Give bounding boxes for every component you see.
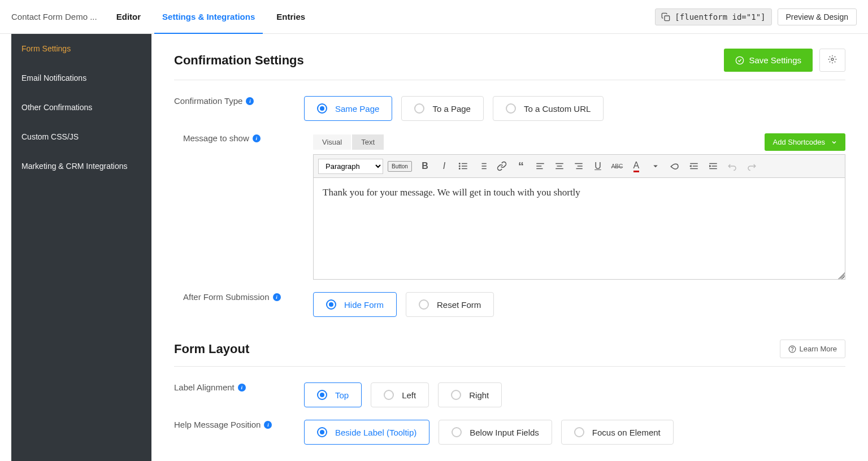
radio-beside-label[interactable]: Beside Label (Tooltip) <box>304 420 429 445</box>
radio-left[interactable]: Left <box>371 382 429 407</box>
underline-button[interactable]: U <box>589 158 606 174</box>
radio-top[interactable]: Top <box>304 382 362 407</box>
add-shortcodes-button[interactable]: Add Shortcodes <box>765 133 845 151</box>
radio-focus-element[interactable]: Focus on Element <box>561 420 674 445</box>
label-message: Message to showi <box>183 133 261 143</box>
radio-same-page[interactable]: Same Page <box>304 96 392 121</box>
indent-button[interactable] <box>705 158 722 174</box>
gear-icon <box>828 55 837 64</box>
shortcode-button[interactable]: [fluentform id="1"] <box>655 8 771 25</box>
info-icon[interactable]: i <box>253 134 261 142</box>
paragraph-select[interactable]: Paragraph <box>318 159 383 174</box>
radio-label: Beside Label (Tooltip) <box>335 428 416 437</box>
row-help-position: Help Message Positioni Beside Label (Too… <box>174 420 845 445</box>
row-confirmation-type: Confirmation Typei Same Page To a Page T… <box>174 96 845 121</box>
radio-label: Left <box>402 390 416 400</box>
save-button[interactable]: Save Settings <box>724 49 813 72</box>
redo-button[interactable] <box>743 158 760 174</box>
radio-to-a-page[interactable]: To a Page <box>401 96 484 121</box>
learn-more-label: Learn More <box>800 345 837 353</box>
editor-tabs: Visual Text Add Shortcodes <box>313 133 845 151</box>
svg-point-8 <box>459 168 460 169</box>
quote-button[interactable]: “ <box>513 158 530 174</box>
main-content: Confirmation Settings Save Settings Conf… <box>151 34 868 461</box>
topbar-right: [fluentform id="1"] Preview & Design <box>655 8 857 25</box>
link-button[interactable] <box>493 158 510 174</box>
radio-label: Focus on Element <box>592 428 661 437</box>
color-dropdown-button[interactable] <box>647 158 664 174</box>
radio-reset-form[interactable]: Reset Form <box>406 292 494 317</box>
radio-circle-icon <box>384 390 394 400</box>
sidebar-item-marketing-crm[interactable]: Marketing & CRM Integrations <box>11 151 151 181</box>
align-right-button[interactable] <box>570 158 587 174</box>
preview-button[interactable]: Preview & Design <box>778 8 857 25</box>
radio-label: Same Page <box>335 104 379 114</box>
info-icon[interactable]: i <box>273 293 281 301</box>
bullet-list-button[interactable] <box>455 158 472 174</box>
learn-more-button[interactable]: Learn More <box>780 340 845 358</box>
form-title: Contact Form Demo ... <box>11 12 97 21</box>
add-shortcodes-label: Add Shortcodes <box>772 138 825 146</box>
row-label-alignment: Label Alignmenti Top Left Right <box>174 382 845 407</box>
align-left-button[interactable] <box>532 158 549 174</box>
label-help-position: Help Message Positioni <box>174 420 272 429</box>
divider <box>174 80 845 80</box>
radio-to-custom-url[interactable]: To a Custom URL <box>493 96 604 121</box>
info-icon[interactable]: i <box>246 97 254 105</box>
editor-toolbar: Paragraph Button B I “ U ABC A <box>313 154 845 178</box>
undo-button[interactable] <box>724 158 741 174</box>
svg-point-1 <box>736 56 744 64</box>
tab-entries[interactable]: Entries <box>274 0 307 34</box>
radio-circle-icon <box>451 390 461 400</box>
header-actions: Save Settings <box>724 49 845 72</box>
row-message: Message to showi Visual Text Add Shortco… <box>174 133 845 280</box>
radio-label: Reset Form <box>437 300 481 310</box>
radio-circle-icon <box>574 427 584 437</box>
radio-label: Hide Form <box>344 300 384 310</box>
radio-right[interactable]: Right <box>438 382 502 407</box>
tab-text[interactable]: Text <box>352 134 384 150</box>
divider <box>174 366 845 367</box>
outdent-button[interactable] <box>685 158 702 174</box>
row-after-submission: After Form Submissioni Hide Form Reset F… <box>174 292 845 317</box>
sidebar-item-other-confirmations[interactable]: Other Confirmations <box>11 93 151 122</box>
sidebar: Form Settings Email Notifications Other … <box>11 34 151 461</box>
radio-circle-icon <box>326 299 336 310</box>
shortcode-label: [fluentform id="1"] <box>675 12 765 21</box>
svg-rect-0 <box>665 16 670 21</box>
layout-title: Form Layout <box>174 342 249 356</box>
bold-button[interactable]: B <box>416 158 433 174</box>
editor-area[interactable]: Thank you for your message. We will get … <box>313 178 845 280</box>
strikethrough-button[interactable]: ABC <box>609 158 626 174</box>
info-icon[interactable]: i <box>238 384 246 392</box>
radio-label: Below Input Fields <box>470 428 539 437</box>
gear-button[interactable] <box>819 49 845 72</box>
radio-label: To a Page <box>432 104 471 114</box>
svg-point-28 <box>792 350 792 351</box>
radio-label: To a Custom URL <box>524 104 591 114</box>
button-indicator: Button <box>388 161 412 172</box>
radio-circle-icon <box>452 427 462 437</box>
number-list-button[interactable] <box>474 158 491 174</box>
clear-format-button[interactable] <box>666 158 683 174</box>
topbar-left: Contact Form Demo ... Editor Settings & … <box>11 0 307 34</box>
label-after-submission: After Form Submissioni <box>183 292 281 302</box>
italic-button[interactable]: I <box>436 158 453 174</box>
sidebar-item-custom-css-js[interactable]: Custom CSS/JS <box>11 122 151 151</box>
radio-hide-form[interactable]: Hide Form <box>313 292 397 317</box>
label-label-alignment: Label Alignmenti <box>174 382 246 392</box>
label-confirmation-type: Confirmation Typei <box>174 96 254 106</box>
tab-settings[interactable]: Settings & Integrations <box>160 0 257 34</box>
tab-visual[interactable]: Visual <box>313 134 351 150</box>
text-color-button[interactable]: A <box>628 158 645 174</box>
radio-label: Right <box>469 390 489 400</box>
tab-editor[interactable]: Editor <box>114 0 143 34</box>
radio-circle-icon <box>317 390 327 400</box>
sidebar-item-form-settings[interactable]: Form Settings <box>11 34 151 63</box>
align-center-button[interactable] <box>551 158 568 174</box>
sidebar-item-email-notifications[interactable]: Email Notifications <box>11 63 151 93</box>
radio-below-input[interactable]: Below Input Fields <box>439 420 552 445</box>
copy-icon <box>661 12 670 21</box>
info-icon[interactable]: i <box>264 421 272 429</box>
help-icon <box>788 345 796 353</box>
